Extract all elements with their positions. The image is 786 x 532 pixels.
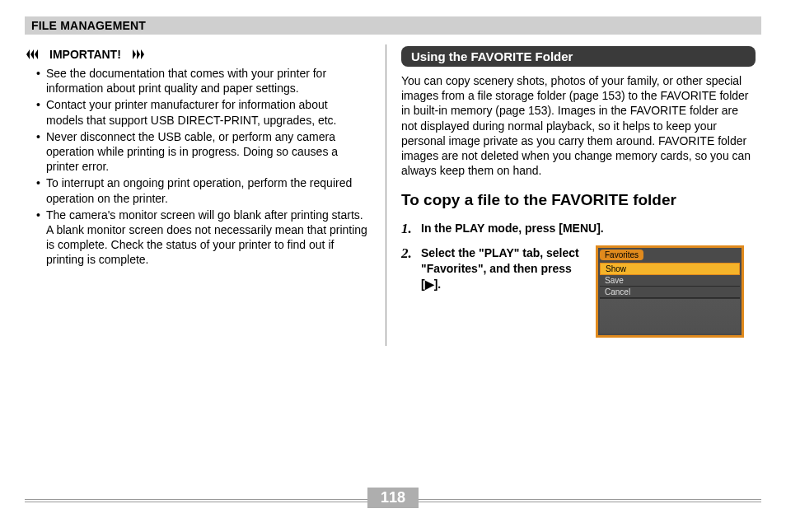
svg-marker-3 [133, 49, 136, 59]
bullet-item: See the documentation that comes with yo… [36, 66, 367, 96]
step-2: 2. Select the "PLAY" tab, select "Favori… [401, 245, 756, 338]
menu-tab-favorites: Favorites [600, 250, 643, 260]
right-column: Using the FAVORITE Folder You can copy s… [386, 44, 756, 346]
page-footer: 118 [25, 488, 761, 511]
bullet-item: Contact your printer manufacturer for in… [36, 97, 367, 127]
section-title: Using the FAVORITE Folder [401, 46, 756, 67]
step-text: Select the "PLAY" tab, select "Favorites… [421, 245, 586, 292]
steps-list: 1. In the PLAY mode, press [MENU]. 2. Se… [401, 221, 756, 338]
step-text: In the PLAY mode, press [MENU]. [421, 221, 756, 236]
svg-marker-4 [137, 49, 140, 59]
step-number: 1. [401, 221, 416, 237]
menu-item-show: Show [600, 263, 740, 275]
camera-menu-screenshot: Favorites Show Save Cancel [596, 245, 744, 338]
bullet-item: The camera's monitor screen will go blan… [36, 208, 367, 268]
step-1: 1. In the PLAY mode, press [MENU]. [401, 221, 756, 237]
menu-item-save: Save [600, 275, 740, 287]
chapter-title: FILE MANAGEMENT [25, 16, 761, 35]
important-left-icon [26, 49, 44, 59]
content-columns: IMPORTANT! See the documentation that co… [25, 44, 761, 346]
menu-empty-area [600, 298, 740, 334]
svg-marker-0 [26, 49, 30, 59]
svg-marker-2 [35, 49, 38, 59]
menu-item-cancel: Cancel [600, 287, 740, 298]
bullet-item: To interrupt an ongoing print operation,… [36, 175, 367, 205]
svg-marker-1 [30, 49, 34, 59]
step-number: 2. [401, 245, 416, 262]
left-column: IMPORTANT! See the documentation that co… [25, 44, 371, 346]
section-paragraph: You can copy scenery shots, photos of yo… [401, 73, 756, 178]
important-heading: IMPORTANT! [26, 48, 371, 61]
subsection-heading: To copy a file to the FAVORITE folder [401, 191, 756, 209]
bullet-item: Never disconnect the USB cable, or perfo… [36, 129, 367, 175]
svg-marker-5 [141, 49, 144, 59]
page-number: 118 [367, 488, 419, 508]
important-bullets: See the documentation that comes with yo… [25, 66, 371, 267]
important-label-text: IMPORTANT! [49, 48, 121, 61]
important-right-icon [126, 49, 144, 59]
